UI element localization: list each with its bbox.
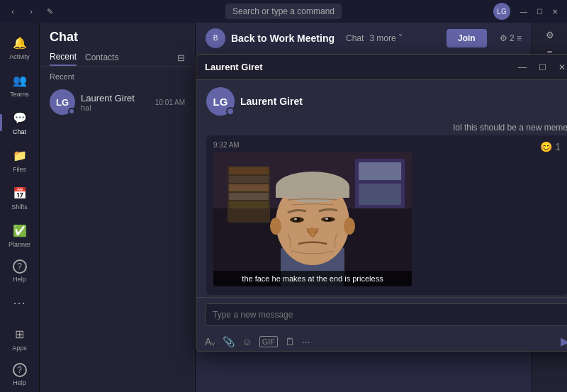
- sidebar-item-shifts[interactable]: 📅 Shifts: [0, 179, 39, 216]
- sidebar-label-help: Help: [13, 276, 26, 283]
- right-panel-btn1[interactable]: ⚙: [546, 30, 554, 40]
- svg-point-23: [325, 218, 328, 220]
- sidebar-label-shifts: Shifts: [11, 203, 28, 211]
- messages-container: 9:32 AM 😊 1: [196, 135, 567, 297]
- send-button[interactable]: ▶: [561, 335, 567, 348]
- svg-rect-5: [229, 184, 269, 191]
- sidebar: 🔔 Activity 👥 Teams 💬 Chat 📁 Files 📅 Shif…: [0, 23, 40, 392]
- meeting-more-button[interactable]: 3 more ˅: [369, 33, 403, 43]
- shifts-icon: 📅: [11, 184, 28, 201]
- nav-forward-button[interactable]: ›: [24, 4, 38, 18]
- float-toolbar: Aᵥ 📎 ☺ GIF 🗒 ··· ▶: [196, 332, 567, 351]
- svg-point-26: [344, 218, 355, 235]
- message-time: 9:32 AM 😊 1: [213, 141, 561, 149]
- svg-point-25: [270, 218, 281, 235]
- apps-icon: ⊞: [11, 325, 28, 342]
- floating-chat-window: Laurent Giret — ☐ ✕ LG Laurent Giret lol…: [196, 54, 567, 352]
- sidebar-label-files: Files: [13, 166, 26, 173]
- float-close-button[interactable]: ✕: [555, 60, 567, 74]
- tab-contacts[interactable]: Contacts: [85, 50, 118, 65]
- sidebar-item-planner[interactable]: ✅ Planner: [0, 216, 39, 254]
- gif-button[interactable]: GIF: [259, 336, 278, 347]
- main-content: B Back to Work Meeting Chat 3 more ˅ Joi…: [196, 23, 532, 392]
- tab-recent[interactable]: Recent: [50, 49, 77, 66]
- list-item[interactable]: LG Laurent Giret hal 10:01 AM: [40, 84, 195, 121]
- meeting-controls: ⚙ 2 ≡: [500, 33, 522, 43]
- search-bar[interactable]: Search or type a command: [225, 4, 342, 19]
- float-window-header: Laurent Giret — ☐ ✕: [196, 55, 567, 80]
- chat-panel-title: Chat: [50, 30, 78, 45]
- chat-time: 10:01 AM: [155, 99, 185, 106]
- chat-tabs: Recent Contacts ⊟: [40, 49, 195, 67]
- activity-icon: 🔔: [11, 34, 28, 51]
- chat-icon: 💬: [11, 109, 28, 126]
- svg-point-18: [293, 218, 301, 222]
- svg-rect-7: [229, 201, 269, 208]
- compose-button[interactable]: ✎: [43, 4, 57, 18]
- title-bar: ‹ › ✎ Search or type a command LG — ☐ ✕: [0, 0, 567, 23]
- svg-rect-6: [229, 193, 269, 200]
- emoji-button[interactable]: ☺: [242, 336, 252, 347]
- sidebar-label-teams: Teams: [10, 91, 29, 98]
- svg-rect-4: [229, 176, 269, 183]
- float-username: Laurent Giret: [240, 96, 303, 107]
- sidebar-label-help2: Help: [13, 379, 26, 386]
- sidebar-item-help2[interactable]: ? Help: [0, 357, 39, 392]
- svg-rect-9: [359, 162, 401, 180]
- float-avatar-status: [226, 107, 235, 116]
- more-toolbar-button[interactable]: ···: [302, 336, 310, 347]
- sidebar-item-activity[interactable]: 🔔 Activity: [0, 28, 39, 66]
- message-input[interactable]: [205, 303, 567, 326]
- minimize-button[interactable]: —: [517, 5, 530, 18]
- meme-caption: the face he makes at the end is priceles…: [213, 271, 412, 286]
- maximize-button[interactable]: ☐: [533, 5, 546, 18]
- section-recent-label: Recent: [40, 67, 195, 84]
- filter-icon[interactable]: ⊟: [177, 52, 185, 63]
- chat-preview: hal: [81, 103, 150, 112]
- close-button[interactable]: ✕: [549, 5, 561, 18]
- message-preview-text: lol this should be a new meme: [196, 123, 567, 135]
- search-placeholder: Search or type a command: [232, 6, 335, 16]
- message-emoji[interactable]: 😊 1: [540, 141, 561, 152]
- meeting-settings-button[interactable]: ⚙ 2 ≡: [500, 33, 522, 43]
- sidebar-item-apps[interactable]: ⊞ Apps: [0, 320, 39, 357]
- svg-rect-3: [229, 167, 269, 174]
- app-body: 🔔 Activity 👥 Teams 💬 Chat 📁 Files 📅 Shif…: [0, 23, 567, 392]
- teams-icon: 👥: [11, 72, 28, 89]
- attach-button[interactable]: 📎: [223, 336, 235, 347]
- help2-icon: ?: [13, 363, 27, 377]
- help-icon: ?: [13, 259, 27, 274]
- more-icon: ···: [11, 294, 28, 311]
- svg-point-19: [294, 218, 297, 220]
- planner-icon: ✅: [11, 222, 28, 239]
- float-maximize-button[interactable]: ☐: [535, 60, 549, 74]
- chat-panel: Chat Recent Contacts ⊟ Recent LG Laurent…: [40, 23, 196, 392]
- chat-panel-header: Chat: [40, 23, 195, 49]
- window-controls: LG — ☐ ✕: [493, 3, 561, 20]
- sidebar-item-chat[interactable]: 💬 Chat: [0, 103, 39, 141]
- format-button[interactable]: Aᵥ: [205, 336, 215, 347]
- message-bubble: 9:32 AM 😊 1: [206, 135, 567, 295]
- meeting-avatar: B: [206, 28, 225, 48]
- chat-info: Laurent Giret hal: [81, 93, 150, 112]
- sticker-button[interactable]: 🗒: [285, 336, 295, 347]
- svg-rect-15: [276, 187, 349, 198]
- sidebar-item-help[interactable]: ? Help: [0, 254, 39, 289]
- float-user-header: LG Laurent Giret: [196, 80, 567, 123]
- meeting-header: B Back to Work Meeting Chat 3 more ˅ Joi…: [196, 23, 532, 54]
- meme-container: the face he makes at the end is priceles…: [213, 152, 412, 286]
- avatar-status: [68, 108, 75, 115]
- sidebar-label-apps: Apps: [12, 345, 27, 352]
- join-button[interactable]: Join: [447, 29, 487, 47]
- sidebar-item-files[interactable]: 📁 Files: [0, 141, 39, 179]
- sidebar-label-planner: Planner: [9, 241, 30, 248]
- nav-buttons: ‹ › ✎: [6, 4, 57, 18]
- meeting-chat-tab[interactable]: Chat: [346, 33, 364, 43]
- nav-back-button[interactable]: ‹: [6, 4, 20, 18]
- profile-icon[interactable]: LG: [493, 3, 510, 20]
- avatar: LG: [50, 89, 75, 115]
- sidebar-item-teams[interactable]: 👥 Teams: [0, 66, 39, 103]
- sidebar-item-more[interactable]: ···: [0, 289, 39, 317]
- float-window-body: LG Laurent Giret lol this should be a ne…: [196, 80, 567, 351]
- float-minimize-button[interactable]: —: [515, 60, 529, 74]
